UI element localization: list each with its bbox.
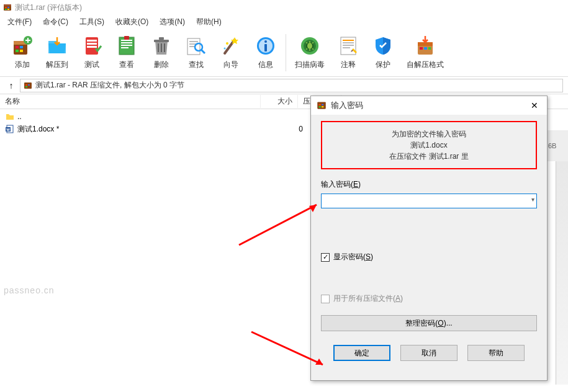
svg-rect-46 xyxy=(343,42,354,43)
svg-rect-10 xyxy=(16,50,19,52)
info-box: 为加密的文件输入密码 测试1.docx 在压缩文件 测试1.rar 里 xyxy=(321,121,537,169)
test-icon xyxy=(81,35,103,57)
toolbar: 添加 解压到 测试 查看 删除 查找 向导 信息 扫描病毒 注释 保护 xyxy=(0,29,568,77)
svg-rect-22 xyxy=(121,47,128,48)
wizard-button[interactable]: 向导 xyxy=(214,32,248,73)
path-field[interactable]: 测试1.rar - RAR 压缩文件, 解包大小为 0 字节 xyxy=(20,79,563,92)
path-text: 测试1.rar - RAR 压缩文件, 解包大小为 0 字节 xyxy=(35,80,184,91)
path-bar: ↑ 测试1.rar - RAR 压缩文件, 解包大小为 0 字节 xyxy=(0,77,568,94)
svg-rect-2 xyxy=(5,7,7,8)
view-button[interactable]: 查看 xyxy=(109,32,144,73)
organize-passwords-button[interactable]: 整理密码(O)... xyxy=(321,315,537,331)
menu-bar: 文件(F) 命令(C) 工具(S) 收藏夹(O) 选项(N) 帮助(H) xyxy=(0,15,568,29)
cancel-button[interactable]: 取消 xyxy=(400,345,458,361)
menu-command[interactable]: 命令(C) xyxy=(38,16,73,29)
svg-rect-63 xyxy=(322,104,323,105)
winrar-icon xyxy=(316,100,327,111)
delete-icon xyxy=(150,35,173,57)
svg-rect-5 xyxy=(7,9,9,10)
svg-rect-21 xyxy=(121,45,132,46)
scrollbar[interactable] xyxy=(556,161,568,385)
svg-rect-23 xyxy=(124,36,129,40)
svg-rect-16 xyxy=(87,46,97,48)
svg-rect-20 xyxy=(121,42,132,43)
docx-icon: W xyxy=(5,124,15,134)
svg-rect-27 xyxy=(161,43,162,52)
svg-rect-24 xyxy=(154,40,169,42)
show-password-checkbox[interactable]: ✓ 显示密码(S) xyxy=(321,252,537,262)
find-button[interactable]: 查找 xyxy=(179,32,214,73)
svg-rect-45 xyxy=(343,40,354,41)
checkbox-unchecked-icon xyxy=(321,295,330,303)
svg-rect-28 xyxy=(164,43,165,52)
svg-text:W: W xyxy=(6,128,10,131)
self-extract-icon xyxy=(414,35,436,57)
svg-rect-8 xyxy=(16,46,19,48)
find-icon xyxy=(185,35,207,57)
svg-rect-62 xyxy=(319,104,321,105)
col-size[interactable]: 大小 xyxy=(261,95,298,108)
scan-icon xyxy=(299,35,321,57)
svg-rect-48 xyxy=(343,47,350,48)
info-line-3: 在压缩文件 测试1.rar 里 xyxy=(328,151,530,162)
checkbox-checked-icon: ✓ xyxy=(321,253,330,262)
add-button[interactable]: 添加 xyxy=(5,32,40,73)
svg-rect-56 xyxy=(28,84,30,86)
svg-rect-30 xyxy=(189,41,198,42)
password-dialog: 输入密码 ✕ 为加密的文件输入密码 测试1.docx 在压缩文件 测试1.rar… xyxy=(310,96,548,381)
svg-rect-51 xyxy=(420,47,423,50)
info-line-1: 为加密的文件输入密码 xyxy=(328,128,530,140)
menu-file[interactable]: 文件(F) xyxy=(2,16,37,29)
svg-point-34 xyxy=(226,42,228,45)
svg-rect-3 xyxy=(7,7,9,8)
info-icon xyxy=(255,35,277,57)
password-label: 输入密码(E) xyxy=(321,179,537,190)
dialog-title: 输入密码 xyxy=(331,100,363,111)
wizard-icon xyxy=(220,35,242,57)
up-button[interactable]: ↑ xyxy=(5,79,17,92)
winrar-icon xyxy=(2,2,12,12)
password-input[interactable] xyxy=(321,194,537,208)
svg-rect-57 xyxy=(25,86,27,87)
close-button[interactable]: ✕ xyxy=(527,98,542,113)
svg-rect-47 xyxy=(343,45,354,46)
extract-button[interactable]: 解压到 xyxy=(40,32,74,73)
menu-help[interactable]: 帮助(H) xyxy=(191,16,227,29)
comment-button[interactable]: 注释 xyxy=(331,32,366,73)
self-extract-button[interactable]: 自解压格式 xyxy=(400,32,450,73)
dialog-title-bar: 输入密码 ✕ xyxy=(311,96,547,115)
info-button[interactable]: 信息 xyxy=(248,32,283,73)
add-icon xyxy=(11,35,34,57)
svg-rect-52 xyxy=(424,47,427,50)
svg-rect-55 xyxy=(25,84,27,86)
svg-rect-19 xyxy=(121,40,132,41)
watermark: passneo.cn xyxy=(4,285,55,295)
right-edge-text: 6B xyxy=(546,130,568,161)
svg-rect-26 xyxy=(158,43,159,52)
test-button[interactable]: 测试 xyxy=(74,32,109,73)
svg-rect-64 xyxy=(319,106,321,107)
help-button[interactable]: 帮助 xyxy=(467,345,525,361)
svg-rect-9 xyxy=(20,46,23,48)
svg-rect-39 xyxy=(264,44,267,51)
extract-icon xyxy=(46,35,68,57)
menu-favorites[interactable]: 收藏夹(O) xyxy=(110,16,153,29)
ok-button[interactable]: 确定 xyxy=(333,345,390,361)
menu-options[interactable]: 选项(N) xyxy=(155,16,190,29)
archive-icon xyxy=(23,81,33,91)
col-name[interactable]: 名称 xyxy=(0,95,261,108)
window-title: 测试1.rar (评估版本) xyxy=(15,2,82,13)
svg-rect-1 xyxy=(4,4,11,6)
svg-rect-25 xyxy=(159,37,164,40)
menu-tools[interactable]: 工具(S) xyxy=(74,16,109,29)
title-bar: 测试1.rar (评估版本) xyxy=(0,0,568,15)
scan-button[interactable]: 扫描病毒 xyxy=(289,32,331,73)
svg-rect-65 xyxy=(322,106,323,107)
protect-button[interactable]: 保护 xyxy=(366,32,400,73)
svg-point-38 xyxy=(264,40,267,43)
delete-button[interactable]: 删除 xyxy=(144,32,179,73)
svg-rect-53 xyxy=(428,47,431,50)
dialog-buttons: 确定 取消 帮助 xyxy=(311,337,547,368)
toolbar-divider xyxy=(286,34,286,71)
svg-rect-11 xyxy=(20,50,23,52)
